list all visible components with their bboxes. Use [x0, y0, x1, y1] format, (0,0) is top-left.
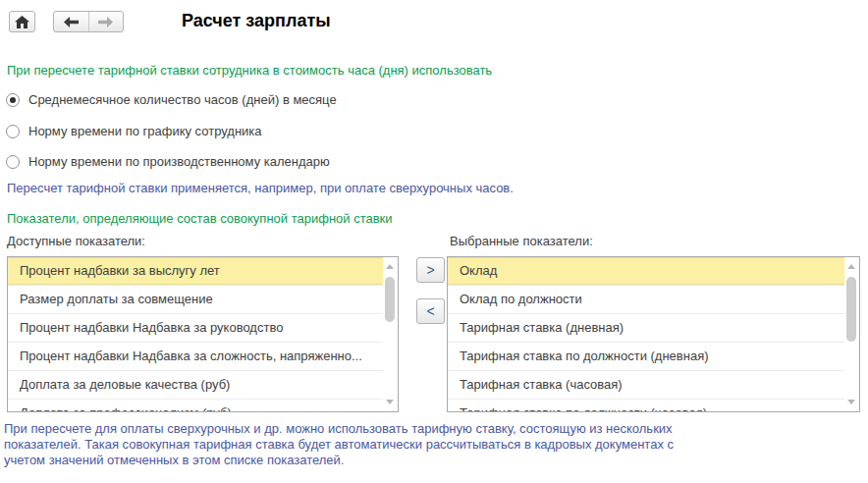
list-item-label: Процент надбавки Надбавка за руководство: [20, 320, 283, 335]
indicators-section-header: Показатели, определяющие состав совокупн…: [7, 211, 393, 226]
radio-icon: [6, 125, 20, 138]
radio-label: Среднемесячное количество часов (дней) в…: [28, 92, 337, 107]
available-indicators-list: Процент надбавки за выслугу лет Размер д…: [7, 256, 399, 412]
radio-label: Норму времени по производственному кален…: [28, 154, 330, 169]
scroll-down-icon[interactable]: [386, 400, 394, 404]
radio-option[interactable]: Среднемесячное количество часов (дней) в…: [6, 92, 337, 107]
radio-icon: [6, 93, 20, 107]
list-item[interactable]: Процент надбавки Надбавка за сложность, …: [8, 343, 398, 371]
list-item-label: Тарифная ставка (дневная): [460, 320, 624, 335]
radio-option[interactable]: Норму времени по производственному кален…: [6, 154, 330, 169]
bottom-note-line: При пересчете для оплаты сверхурочных и …: [4, 421, 674, 437]
available-scrollbar[interactable]: [383, 257, 398, 411]
forward-button[interactable]: [89, 12, 124, 31]
move-right-button[interactable]: >: [416, 257, 445, 283]
list-item-label: Процент надбавки за выслугу лет: [20, 263, 220, 278]
list-item-label: Доплата за профессионализм (руб): [20, 405, 232, 412]
scrollbar-thumb[interactable]: [385, 277, 395, 322]
radio-label: Норму времени по графику сотрудника: [28, 124, 262, 138]
list-item-label: Тарифная ставка по должности (дневная): [460, 349, 709, 363]
list-item[interactable]: Тарифная ставка по должности (дневная): [448, 343, 859, 371]
list-item[interactable]: Оклад: [448, 257, 859, 286]
list-item-label: Размер доплаты за совмещение: [20, 292, 213, 306]
bottom-note-line: показателей. Такая совокупная тарифная с…: [4, 437, 674, 453]
tariff-recalc-hint: При пересчете тарифной ставки сотрудника…: [7, 63, 492, 78]
arrow-right-icon: [98, 17, 113, 27]
history-nav-group: [53, 11, 124, 32]
list-item[interactable]: Доплата за профессионализм (руб): [8, 400, 398, 412]
available-rows: Процент надбавки за выслугу лет Размер д…: [8, 257, 398, 411]
arrow-left-icon: [64, 17, 79, 27]
list-item[interactable]: Оклад по должности: [448, 286, 859, 314]
recalc-note: Пересчет тарифной ставки применяется, на…: [7, 181, 514, 195]
selected-scrollbar[interactable]: [844, 257, 859, 411]
move-left-button[interactable]: <: [416, 298, 445, 324]
scrollbar-thumb[interactable]: [846, 277, 856, 342]
list-item-label: Тарифная ставка (часовая): [460, 377, 623, 392]
scroll-down-icon[interactable]: [847, 400, 855, 404]
list-item[interactable]: Процент надбавки Надбавка за руководство: [8, 314, 398, 343]
scroll-up-icon[interactable]: [847, 264, 855, 269]
page-title: Расчет зарплаты: [182, 11, 331, 31]
list-item[interactable]: Тарифная ставка (часовая): [448, 371, 859, 400]
list-item[interactable]: Размер доплаты за совмещение: [8, 286, 398, 314]
list-item[interactable]: Доплата за деловые качества (руб): [8, 371, 398, 400]
bottom-note: При пересчете для оплаты сверхурочных и …: [4, 421, 674, 468]
scroll-up-icon[interactable]: [386, 264, 394, 269]
list-item-label: Оклад: [460, 263, 497, 278]
bottom-note-line: учетом значений отмеченных в этом списке…: [4, 453, 674, 468]
selected-rows: Оклад Оклад по должности Тарифная ставка…: [448, 257, 859, 411]
available-list-label: Доступные показатели:: [7, 234, 145, 248]
selected-list-label: Выбранные показатели:: [450, 234, 593, 248]
list-item-label: Тарифная ставка по должности (часовая): [460, 405, 707, 412]
home-button[interactable]: [9, 11, 35, 32]
selected-indicators-list: Оклад Оклад по должности Тарифная ставка…: [447, 256, 860, 412]
list-item[interactable]: Процент надбавки за выслугу лет: [8, 257, 398, 286]
salary-calculation-page: Расчет зарплаты При пересчете тарифной с…: [0, 0, 868, 483]
list-item[interactable]: Тарифная ставка (дневная): [448, 314, 859, 343]
chevron-left-icon: <: [426, 303, 434, 319]
list-item-label: Доплата за деловые качества (руб): [20, 377, 230, 392]
list-item-label: Процент надбавки Надбавка за сложность, …: [20, 349, 362, 363]
radio-icon: [6, 155, 20, 169]
list-item-label: Оклад по должности: [460, 292, 582, 306]
list-item[interactable]: Тарифная ставка по должности (часовая): [448, 400, 859, 412]
chevron-right-icon: >: [426, 262, 434, 278]
back-button[interactable]: [54, 12, 88, 31]
home-icon: [15, 16, 29, 28]
radio-option[interactable]: Норму времени по графику сотрудника: [6, 124, 262, 138]
